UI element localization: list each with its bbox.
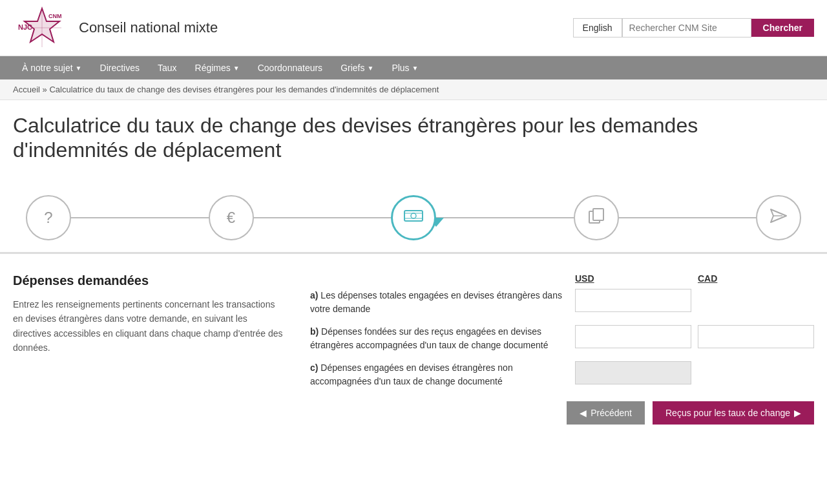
- breadcrumb-separator: »: [43, 85, 50, 94]
- form-row-c: c) Dépenses engagées en devises étrangèr…: [310, 361, 814, 388]
- step-line-1: [71, 217, 209, 218]
- nav-bar: À notre sujet ▼ Directives Taux Régimes …: [0, 56, 827, 79]
- currency-headers: USD CAD: [310, 273, 814, 284]
- svg-rect-11: [593, 209, 603, 220]
- breadcrumb-home-link[interactable]: Accueil: [13, 85, 40, 94]
- site-logo: NJC CNM: [13, 5, 71, 50]
- nav-item-taux[interactable]: Taux: [149, 56, 186, 79]
- nav-item-directives[interactable]: Directives: [91, 56, 149, 79]
- nav-item-plus[interactable]: Plus ▼: [382, 56, 427, 79]
- page-title-area: Calculatrice du taux de change des devis…: [0, 100, 827, 182]
- chevron-down-icon: ▼: [233, 65, 240, 72]
- chevron-down-icon: ▼: [367, 65, 373, 72]
- left-panel: Dépenses demandées Entrez les renseignem…: [13, 273, 284, 425]
- breadcrumb: Accueil » Calculatrice du taux de change…: [0, 79, 827, 100]
- form-row-b: b) Dépenses fondées sur des reçus engagé…: [310, 325, 814, 352]
- step-4-icon: [588, 207, 605, 228]
- content-grid: Dépenses demandées Entrez les renseignem…: [13, 273, 814, 425]
- logo-area: NJC CNM Conseil national mixte: [13, 5, 218, 50]
- input-a-usd[interactable]: [575, 289, 691, 312]
- usd-header: USD: [575, 273, 691, 284]
- stepper: ? €: [0, 182, 827, 240]
- step-4-circle[interactable]: [574, 195, 619, 240]
- step-1-wrapper: ?: [26, 195, 209, 240]
- language-button[interactable]: English: [573, 18, 622, 37]
- step-3-icon: [404, 209, 423, 227]
- header-right: English Chercher: [573, 18, 814, 37]
- step-line-2: [254, 217, 392, 218]
- site-title: Conseil national mixte: [79, 19, 218, 36]
- main-content: Dépenses demandées Entrez les renseignem…: [0, 254, 827, 444]
- page-title: Calculatrice du taux de change des devis…: [13, 113, 814, 163]
- svg-point-7: [411, 213, 416, 218]
- nav-item-regimes[interactable]: Régimes ▼: [186, 56, 249, 79]
- form-label-a: a) Les dépenses totales engagées en devi…: [310, 289, 569, 316]
- step-2-icon: €: [227, 209, 235, 227]
- input-b-cad[interactable]: [698, 325, 814, 348]
- step-5-wrapper: [756, 195, 801, 240]
- button-row: ◀ Précédent Reçus pour les taux de chang…: [310, 401, 814, 425]
- input-c-usd: [575, 361, 691, 384]
- search-input[interactable]: [622, 18, 751, 37]
- svg-rect-6: [404, 211, 423, 221]
- nav-item-griefs[interactable]: Griefs ▼: [331, 56, 382, 79]
- step-1-circle[interactable]: ?: [26, 195, 71, 240]
- previous-button[interactable]: ◀ Précédent: [567, 401, 645, 425]
- step-3-wrapper: [391, 195, 574, 240]
- step-5-circle[interactable]: [756, 195, 801, 240]
- form-label-b: b) Dépenses fondées sur des reçus engagé…: [310, 325, 569, 352]
- nav-item-a-notre-sujet[interactable]: À notre sujet ▼: [13, 56, 91, 79]
- step-2-wrapper: €: [209, 195, 392, 240]
- step-line-4: [619, 217, 757, 218]
- next-button[interactable]: Reçus pour les taux de change ▶: [653, 401, 814, 425]
- breadcrumb-current: Calculatrice du taux de change des devis…: [49, 85, 439, 94]
- form-label-c: c) Dépenses engagées en devises étrangèr…: [310, 361, 569, 388]
- right-panel: USD CAD a) Les dépenses totales engagées…: [310, 273, 814, 425]
- input-b-usd[interactable]: [575, 325, 691, 348]
- step-4-wrapper: [574, 195, 757, 240]
- search-button[interactable]: Chercher: [751, 19, 814, 37]
- nav-item-coordonnateurs[interactable]: Coordonnateurs: [249, 56, 331, 79]
- arrow-left-icon: ◀: [580, 408, 587, 418]
- step-1-icon: ?: [44, 209, 52, 227]
- step-3-circle[interactable]: [391, 195, 436, 240]
- step-line-3: [436, 217, 574, 218]
- section-title: Dépenses demandées: [13, 273, 284, 288]
- cad-header: CAD: [698, 273, 814, 284]
- section-description: Entrez les renseignements pertinents con…: [13, 297, 284, 355]
- step-5-icon: [769, 208, 788, 227]
- svg-text:NJC: NJC: [18, 23, 32, 31]
- chevron-down-icon: ▼: [76, 65, 82, 72]
- stepper-outer: ? €: [0, 182, 827, 254]
- form-row-a: a) Les dépenses totales engagées en devi…: [310, 289, 814, 316]
- step-2-circle[interactable]: €: [209, 195, 254, 240]
- chevron-down-icon: ▼: [412, 65, 419, 72]
- header: NJC CNM Conseil national mixte English C…: [0, 0, 827, 56]
- svg-text:CNM: CNM: [48, 13, 62, 19]
- arrow-right-icon: ▶: [794, 408, 801, 418]
